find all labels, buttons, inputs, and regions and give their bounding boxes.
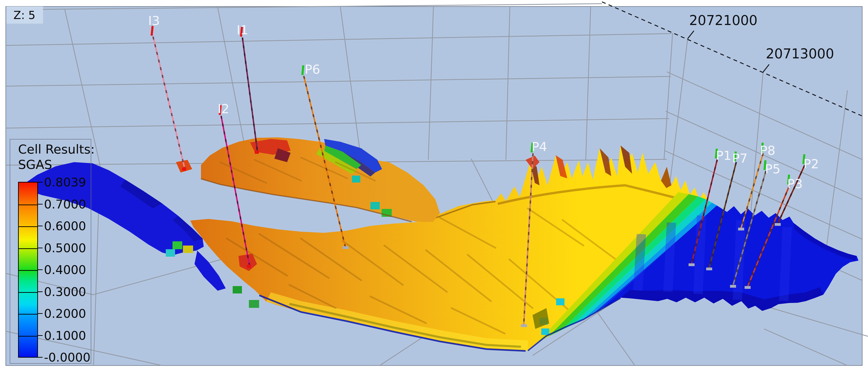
axis-coordinate-label: 20713000 bbox=[766, 46, 834, 62]
well-label-P7[interactable]: P7 bbox=[732, 151, 748, 166]
legend-segment-separator bbox=[19, 248, 37, 249]
legend-title-line2: SGAS bbox=[18, 157, 95, 172]
legend-tick-value: 0.4000 bbox=[44, 264, 86, 276]
legend-title: Cell Results: SGAS bbox=[18, 142, 95, 172]
legend-tick-mark bbox=[37, 335, 42, 336]
legend-tick-mark bbox=[37, 248, 42, 248]
legend-tick-value: 0.5000 bbox=[44, 242, 86, 254]
legend-tick-value: 0.2000 bbox=[44, 308, 86, 320]
well-bottom-marker-icon bbox=[738, 228, 744, 230]
legend-segment-separator bbox=[19, 205, 37, 205]
resinsight-3d-view-window: 2072100020713000 bbox=[0, 0, 868, 372]
legend-segment-separator bbox=[19, 292, 37, 293]
well-bottom-marker-icon bbox=[775, 223, 781, 226]
well-top-marker-icon bbox=[302, 65, 303, 75]
well-label-P3[interactable]: P3 bbox=[787, 177, 803, 191]
legend-segment-separator bbox=[19, 226, 37, 227]
axis-coordinate-label: 20721000 bbox=[689, 12, 757, 28]
well-label-I2[interactable]: I2 bbox=[218, 101, 229, 116]
well-bottom-marker-icon bbox=[255, 151, 259, 154]
legend-tick-mark bbox=[37, 357, 42, 358]
legend-tick-value: 0.1000 bbox=[44, 330, 86, 342]
well-bottom-marker-icon bbox=[688, 264, 694, 266]
3d-viewport[interactable]: 2072100020713000 bbox=[0, 0, 868, 372]
well-bottom-marker-icon bbox=[745, 286, 751, 289]
well-label-I1[interactable]: I1 bbox=[237, 23, 248, 37]
legend-tick-mark bbox=[37, 291, 42, 292]
well-bottom-marker-icon bbox=[182, 167, 186, 171]
legend-tick-mark bbox=[37, 182, 42, 183]
well-label-I3[interactable]: I3 bbox=[148, 13, 160, 28]
legend-tick-value: 0.6000 bbox=[44, 220, 86, 232]
well-label-P6[interactable]: P6 bbox=[305, 62, 320, 77]
z-level-overlay: Z: 5 bbox=[6, 6, 43, 24]
legend-title-line1: Cell Results: bbox=[18, 142, 95, 157]
legend-tick-mark bbox=[37, 204, 42, 205]
legend-tick-value: 0.3000 bbox=[44, 286, 86, 298]
well-bottom-marker-icon bbox=[706, 268, 712, 270]
well-bottom-marker-icon bbox=[343, 246, 349, 249]
legend-tick-value: -0.0000 bbox=[44, 351, 91, 364]
legend-tick-mark bbox=[37, 313, 42, 314]
legend-segment-separator bbox=[19, 336, 37, 337]
well-bottom-marker-icon bbox=[247, 265, 251, 268]
well-label-P2[interactable]: P2 bbox=[803, 157, 819, 171]
well-label-P5[interactable]: P5 bbox=[765, 162, 780, 176]
z-level-label: Z: 5 bbox=[13, 8, 35, 22]
legend-tick-mark bbox=[37, 226, 42, 226]
legend-segment-separator bbox=[19, 270, 37, 271]
legend-tick-mark bbox=[37, 269, 42, 270]
well-label-P4[interactable]: P4 bbox=[532, 140, 547, 154]
legend-segment-separator bbox=[19, 314, 37, 315]
legend-tick-value: 0.8039 bbox=[44, 176, 86, 188]
well-label-P1[interactable]: P1 bbox=[716, 148, 732, 163]
well-bottom-marker-icon bbox=[521, 324, 527, 327]
cell-results-legend: Cell Results: SGAS 0.80390.70000.60000.5… bbox=[10, 139, 91, 364]
legend-color-bar[interactable] bbox=[18, 182, 38, 358]
well-bottom-marker-icon bbox=[730, 285, 736, 288]
well-label-P8[interactable]: P8 bbox=[760, 143, 775, 158]
legend-tick-value: 0.7000 bbox=[44, 198, 86, 210]
